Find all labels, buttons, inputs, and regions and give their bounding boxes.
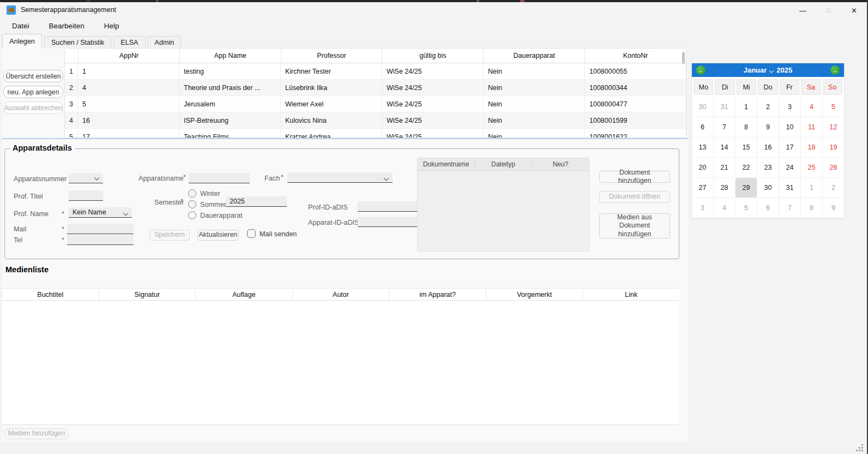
mail-field[interactable]: [67, 224, 134, 234]
column-header[interactable]: Dauerapparat: [484, 49, 585, 63]
maximize-button[interactable]: □: [816, 2, 841, 19]
medien-column-header[interactable]: Auflage: [196, 289, 293, 300]
table-row[interactable]: 11testingKirchner TesterWiSe 24/25Nein10…: [65, 63, 686, 80]
calendar-day[interactable]: 10: [779, 117, 801, 138]
calendar-day[interactable]: 20: [692, 158, 714, 178]
column-header[interactable]: AppNr: [79, 49, 180, 63]
calendar-day[interactable]: 8: [801, 198, 823, 218]
calendar-day[interactable]: 2: [823, 178, 844, 198]
minimize-button[interactable]: —: [790, 2, 816, 19]
calendar-day[interactable]: 27: [692, 178, 714, 198]
calendar-day[interactable]: 8: [736, 117, 757, 138]
menu-bearbeiten[interactable]: Bearbeiten: [46, 20, 88, 32]
semester-year-field[interactable]: 2025: [226, 196, 287, 207]
prof-titel-field[interactable]: [69, 190, 103, 201]
sommer-radio[interactable]: [188, 200, 196, 208]
calendar-day[interactable]: 3: [779, 97, 801, 117]
calendar-next-icon[interactable]: →: [830, 65, 840, 75]
speichern-button[interactable]: Speichern: [149, 230, 190, 241]
medien-aus-dokument-button[interactable]: Medien aus Dokument hinzufügen: [599, 213, 670, 238]
apparatsnummer-select[interactable]: [69, 173, 103, 183]
calendar-day[interactable]: 15: [736, 138, 757, 158]
calendar-day[interactable]: 18: [801, 138, 823, 158]
calendar-day[interactable]: 2: [757, 97, 779, 117]
dokument-oeffnen-button[interactable]: Dokument öffnen: [599, 191, 670, 203]
calendar-day[interactable]: 22: [736, 158, 757, 178]
neue-app-anlegen-button[interactable]: neu. App anlegen: [3, 86, 63, 98]
calendar-day[interactable]: 1: [736, 97, 757, 117]
doc-column-header[interactable]: Neu?: [532, 158, 589, 170]
apps-table-scrollbar[interactable]: [682, 52, 685, 64]
calendar-day[interactable]: 31: [779, 178, 801, 198]
calendar-day[interactable]: 30: [692, 97, 714, 117]
menu-datei[interactable]: Datei: [9, 20, 33, 32]
medien-column-header[interactable]: Signatur: [99, 289, 196, 300]
calendar-day[interactable]: 25: [801, 158, 823, 178]
table-row[interactable]: 416ISP-BetreuungKulovics NinaWiSe 24/25N…: [65, 112, 686, 129]
calendar-day[interactable]: 19: [823, 138, 844, 158]
dauerapparat-radio[interactable]: [188, 211, 196, 219]
calendar-day[interactable]: 4: [714, 198, 736, 218]
table-row[interactable]: 517Teaching FilmsKratzer AndreaWiSe 24/2…: [65, 129, 686, 138]
column-header[interactable]: KontoNr: [585, 49, 686, 63]
calendar-day[interactable]: 12: [823, 117, 844, 138]
prof-id-adis-field[interactable]: [358, 201, 422, 212]
winter-radio[interactable]: [188, 189, 196, 198]
calendar-day[interactable]: 14: [714, 138, 736, 158]
calendar-month-label[interactable]: Januar: [744, 66, 767, 74]
calendar-day[interactable]: 21: [714, 158, 736, 178]
medien-hinzufuegen-button[interactable]: Medien hinzufügen: [4, 428, 69, 439]
dokument-hinzufuegen-button[interactable]: Dokument hinzufügen: [599, 171, 670, 183]
aktualisieren-button[interactable]: Aktualisieren: [197, 230, 239, 241]
apparat-id-adis-field[interactable]: [358, 217, 422, 227]
prof-name-select[interactable]: Kein Name: [69, 207, 132, 218]
calendar-day[interactable]: 31: [714, 97, 736, 117]
calendar-day[interactable]: 16: [757, 138, 779, 158]
calendar-day[interactable]: 7: [714, 117, 736, 138]
calendar-day-selected[interactable]: 29: [736, 178, 757, 198]
calendar-day[interactable]: 26: [823, 158, 844, 178]
calendar-day[interactable]: 9: [823, 198, 844, 218]
calendar-day[interactable]: 24: [779, 158, 801, 178]
calendar-year-label[interactable]: 2025: [776, 66, 792, 74]
calendar-day[interactable]: 23: [757, 158, 779, 178]
calendar-day[interactable]: 30: [757, 178, 779, 198]
calendar-day[interactable]: 3: [692, 198, 714, 218]
auswahl-abbrechen-button[interactable]: Auswahl abbrechen: [3, 101, 63, 114]
column-header[interactable]: gültig bis: [382, 49, 484, 63]
calendar-day[interactable]: 6: [757, 198, 779, 218]
fach-select[interactable]: [287, 172, 393, 183]
medien-column-header[interactable]: Vorgemerkt: [486, 289, 583, 300]
menu-help[interactable]: Help: [101, 20, 123, 32]
column-header[interactable]: Professor: [281, 49, 383, 63]
tab-suchen-statistik[interactable]: Suchen / Statistik: [44, 36, 111, 48]
resize-grip-icon[interactable]: [856, 444, 864, 452]
calendar-day[interactable]: 5: [823, 97, 844, 117]
uebersicht-erstellen-button[interactable]: Übersicht erstellen: [3, 70, 63, 82]
doc-column-header[interactable]: Dokumentname: [418, 158, 475, 170]
calendar-day[interactable]: 17: [779, 138, 801, 158]
column-header[interactable]: App Name: [180, 49, 281, 63]
mail-senden-checkbox[interactable]: [247, 229, 256, 238]
close-button[interactable]: ✕: [841, 2, 867, 19]
medien-column-header[interactable]: im Apparat?: [389, 289, 486, 300]
calendar-day[interactable]: 1: [801, 178, 823, 198]
tab-anlegen[interactable]: Anlegen: [2, 34, 42, 48]
medien-column-header[interactable]: Autor: [293, 289, 390, 300]
doc-column-header[interactable]: Dateityp: [475, 158, 532, 170]
calendar-day[interactable]: 11: [801, 117, 823, 138]
calendar-day[interactable]: 6: [692, 117, 714, 138]
calendar-day[interactable]: 7: [779, 198, 801, 218]
tab-elsa[interactable]: ELSA: [113, 36, 145, 48]
medien-column-header[interactable]: Buchtitel: [2, 289, 99, 300]
calendar-day[interactable]: 28: [714, 178, 736, 198]
tel-field[interactable]: [67, 235, 134, 245]
table-row[interactable]: 24Theorie und Praxis der ...Lüsebrink Il…: [65, 80, 686, 96]
calendar-day[interactable]: 9: [757, 117, 779, 138]
calendar-day[interactable]: 13: [692, 138, 714, 158]
calendar-prev-icon[interactable]: ←: [696, 65, 706, 75]
calendar-day[interactable]: 5: [736, 198, 757, 218]
calendar-day[interactable]: 4: [801, 97, 823, 117]
tab-admin[interactable]: Admin: [148, 36, 182, 48]
table-row[interactable]: 35JerusalemWiemer AxelWiSe 24/25Nein1008…: [65, 96, 686, 112]
